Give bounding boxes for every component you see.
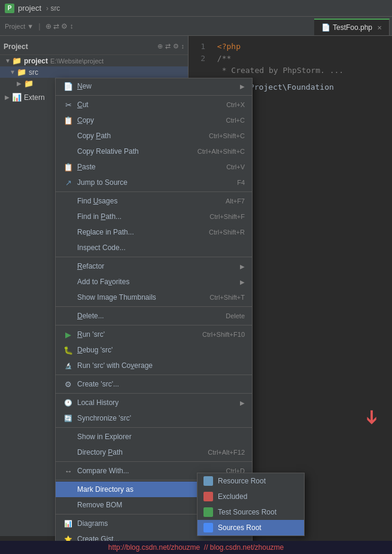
menu-item-find-usages[interactable]: Find Usages Alt+F7 [56, 193, 252, 209]
expand-icon[interactable]: ↕ [181, 42, 185, 50]
arrow-history: ▶ [240, 400, 245, 406]
menu-label-copy: Copy [77, 116, 221, 124]
separator-9 [56, 461, 252, 462]
submenu-item-excluded[interactable]: Excluded [197, 489, 304, 504]
separator-2 [56, 191, 252, 192]
menu-label-inspect: Inspect Code... [77, 243, 245, 252]
separator-1 [56, 95, 252, 96]
separator-8 [56, 427, 252, 428]
tab-testfoo[interactable]: 📄 TestFoo.php ✕ [314, 19, 390, 35]
window-title: project [18, 4, 41, 13]
tab-close-button[interactable]: ✕ [377, 25, 382, 31]
menu-item-jump-to-source[interactable]: ↗ Jump to Source F4 [56, 175, 252, 190]
submenu-item-sources-root[interactable]: Sources Root [197, 520, 304, 535]
menu-label-replace: Replace in Path... [77, 228, 204, 236]
project-dropdown[interactable]: Project ▼ [5, 23, 34, 30]
menu-label-find-usages: Find Usages [77, 197, 221, 205]
arrow-extern: ▶ [5, 94, 12, 101]
debug-icon: 🐛 [63, 345, 74, 355]
menu-item-paste[interactable]: 📋 Paste Ctrl+V [56, 159, 252, 175]
menu-item-run-coverage[interactable]: 🔬 Run 'src' with Coverage [56, 358, 252, 373]
menu-item-find-in-path[interactable]: Find in Path... Ctrl+Shift+F [56, 209, 252, 224]
menu-item-debug-src[interactable]: 🐛 Debug 'src' [56, 342, 252, 358]
menu-item-delete[interactable]: Delete... Delete [56, 308, 252, 324]
menu-item-new[interactable]: 📄 New ▶ [56, 78, 252, 94]
menu-item-show-thumbnails[interactable]: Show Image Thumbnails Ctrl+Shift+T [56, 290, 252, 305]
tree-item-src[interactable]: ▼ 📁 src [0, 66, 188, 78]
bom-icon [63, 500, 74, 510]
menu-item-inspect-code[interactable]: Inspect Code... [56, 240, 252, 255]
shortcut-cut: Ctrl+X [226, 101, 245, 108]
menu-label-paste: Paste [77, 163, 221, 171]
menu-item-refactor[interactable]: Refactor ▶ [56, 258, 252, 274]
menu-label-copy-relative-path: Copy Relative Path [77, 147, 193, 156]
submenu-item-resource-root[interactable]: Resource Root [197, 473, 304, 489]
bottom-link-bar: http://blog.csdn.net/zhouzme // blog.csd… [0, 541, 392, 554]
main-area: Project ⊕ ⇄ ⚙ ↕ ▼ 📁 project E:\Website\p… [0, 36, 392, 536]
menu-item-replace-in-path[interactable]: Replace in Path... Ctrl+Shift+R [56, 224, 252, 240]
arrow-favorites: ▶ [240, 279, 245, 285]
paste-icon: 📋 [63, 162, 74, 172]
menu-label-dir-path: Directory Path [77, 448, 203, 456]
shortcut-paste: Ctrl+V [226, 163, 245, 171]
separator-3 [56, 257, 252, 257]
menu-label-jump: Jump to Source [77, 178, 232, 187]
copy-rel-icon [63, 146, 74, 157]
arrow-indicator: ➔ [361, 409, 384, 425]
arrow-refactor: ▶ [240, 263, 245, 270]
submenu-label-sources-root: Sources Root [218, 523, 262, 532]
sources-root-icon [203, 523, 213, 532]
menu-item-local-history[interactable]: 🕐 Local History ▶ [56, 395, 252, 410]
menu-item-add-favorites[interactable]: Add to Favorites ▶ [56, 274, 252, 290]
menu-item-directory-path[interactable]: Directory Path Ctrl+Alt+F12 [56, 445, 252, 460]
extern-icon: 📊 [12, 93, 22, 102]
tree-label-project: project [24, 57, 48, 65]
shortcut-copy-path: Ctrl+Shift+C [209, 132, 245, 139]
menu-item-copy[interactable]: 📋 Copy Ctrl+C [56, 112, 252, 128]
copy-icon: 📋 [63, 115, 74, 126]
tree-label-extern: Extern [24, 93, 45, 102]
menu-label-find-in-path: Find in Path... [77, 212, 205, 221]
menu-item-copy-path[interactable]: Copy Path Ctrl+Shift+C [56, 128, 252, 144]
shortcut-copy-relative: Ctrl+Alt+Shift+C [197, 148, 245, 155]
menu-item-cut[interactable]: ✂ Cut Ctrl+X [56, 97, 252, 112]
submenu-item-test-sources-root[interactable]: Test Sources Root [197, 504, 304, 520]
folder-icon-src: 📁 [17, 68, 26, 77]
toolbar-icons: ⊕ ⇄ ⚙ ↕ [45, 22, 74, 31]
cut-icon: ✂ [63, 99, 74, 110]
refactor-icon [63, 261, 74, 272]
menu-item-create-src[interactable]: ⚙ Create 'src'... [56, 376, 252, 392]
sidebar-actions: ⊕ ⇄ ⚙ ↕ [157, 42, 185, 50]
find-path-icon [63, 211, 74, 222]
shortcut-replace: Ctrl+Shift+R [209, 229, 245, 236]
tree-item-project[interactable]: ▼ 📁 project E:\Website\project [0, 55, 188, 66]
sidebar-toolbar: Project ⊕ ⇄ ⚙ ↕ [0, 38, 188, 55]
jump-icon: ↗ [63, 177, 74, 188]
tab-label: TestFoo.php [333, 23, 372, 32]
menu-label-cut: Cut [77, 101, 221, 109]
editor-line-2: 2 /** [193, 53, 387, 65]
menu-label-debug: Debug 'src' [77, 346, 245, 354]
menu-label-coverage: Run 'src' with Coverage [77, 361, 245, 370]
mark-icon [63, 484, 74, 495]
thumbnails-icon [63, 292, 74, 303]
bottom-link-text: http://blog.csdn.net/zhouzme [108, 543, 200, 552]
tree-path-project: E:\Website\project [50, 57, 104, 65]
sync-icon: 🔄 [63, 413, 74, 424]
menu-label-explorer: Show in Explorer [77, 433, 245, 441]
menu-item-synchronize[interactable]: 🔄 Synchronize 'src' [56, 410, 252, 426]
menu-item-show-explorer[interactable]: Show in Explorer [56, 429, 252, 445]
copy-path-icon [63, 130, 74, 141]
shortcut-delete: Delete [226, 312, 245, 319]
menu-label-favorites: Add to Favorites [77, 278, 238, 286]
submenu-label-excluded: Excluded [218, 492, 247, 501]
tree-label-src: src [29, 68, 38, 77]
locate-icon[interactable]: ⊕ [157, 42, 163, 50]
menu-item-run-src[interactable]: ▶ Run 'src' Ctrl+Shift+F10 [56, 327, 252, 342]
menu-label-sync: Synchronize 'src' [77, 414, 245, 422]
scroll-icon[interactable]: ⇄ [165, 42, 171, 50]
settings-icon[interactable]: ⚙ [173, 42, 179, 50]
menu-item-copy-relative-path[interactable]: Copy Relative Path Ctrl+Alt+Shift+C [56, 144, 252, 159]
app-icon: P [5, 4, 14, 13]
shortcut-jump: F4 [237, 179, 245, 186]
